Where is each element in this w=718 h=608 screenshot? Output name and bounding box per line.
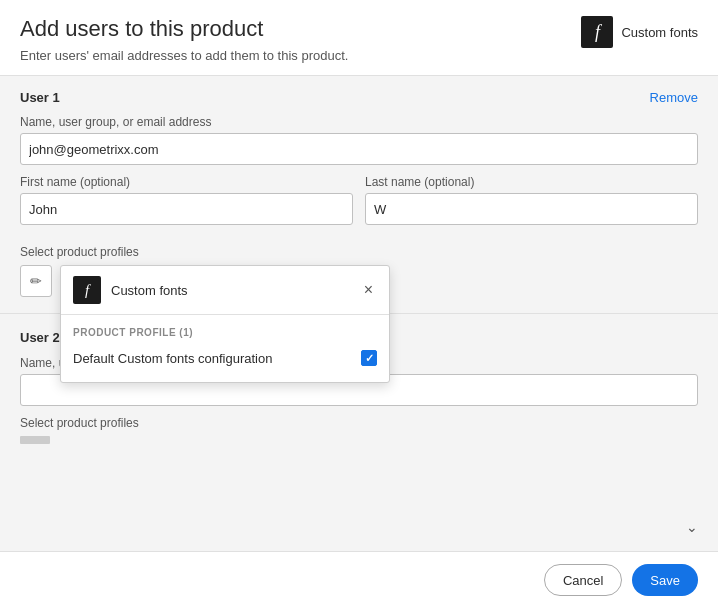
user1-section-header: User 1 Remove	[20, 90, 698, 105]
dropdown-body: PRODUCT PROFILE (1) Default Custom fonts…	[61, 315, 389, 382]
profile-checkbox[interactable]: ✓	[361, 350, 377, 366]
user2-label: User 2	[20, 330, 60, 345]
user1-firstname-input[interactable]	[20, 193, 353, 225]
font-icon-box: f	[581, 16, 613, 48]
user1-firstname-group: First name (optional)	[20, 175, 353, 225]
dropdown-font-icon-box: f	[73, 276, 101, 304]
user1-firstname-label: First name (optional)	[20, 175, 353, 189]
dropdown-close-button[interactable]: ×	[360, 279, 377, 301]
profile-option: Default Custom fonts configuration ✓	[73, 346, 377, 370]
edit-profile-button[interactable]: ✏	[20, 265, 52, 297]
header-left: Add users to this product Enter users' e…	[20, 16, 348, 63]
profile-dropdown-popup: f Custom fonts × PRODUCT PROFILE (1) Def…	[60, 265, 390, 383]
save-button[interactable]: Save	[632, 564, 698, 596]
header: Add users to this product Enter users' e…	[0, 0, 718, 76]
custom-fonts-badge[interactable]: f Custom fonts	[581, 16, 698, 48]
user1-lastname-group: Last name (optional)	[365, 175, 698, 225]
dropdown-title: Custom fonts	[111, 283, 350, 298]
user1-email-label: Name, user group, or email address	[20, 115, 698, 129]
user1-lastname-input[interactable]	[365, 193, 698, 225]
product-profile-heading: PRODUCT PROFILE (1)	[73, 327, 377, 338]
remove-button[interactable]: Remove	[650, 90, 698, 105]
user1-section: User 1 Remove Name, user group, or email…	[0, 76, 718, 314]
user2-profile-bar	[20, 436, 50, 444]
page-subtitle: Enter users' email addresses to add them…	[20, 48, 348, 63]
profile-option-label: Default Custom fonts configuration	[73, 351, 272, 366]
content-scroll[interactable]: User 1 Remove Name, user group, or email…	[0, 76, 718, 551]
chevron-down-icon[interactable]: ⌄	[686, 519, 698, 535]
pencil-icon: ✏	[30, 273, 42, 289]
user1-email-group: Name, user group, or email address	[20, 115, 698, 165]
footer: Cancel Save	[0, 551, 718, 608]
dropdown-header: f Custom fonts ×	[61, 266, 389, 315]
user1-label: User 1	[20, 90, 60, 105]
cancel-button[interactable]: Cancel	[544, 564, 622, 596]
user1-name-row: First name (optional) Last name (optiona…	[20, 175, 698, 235]
user2-select-profiles-label: Select product profiles	[20, 416, 698, 430]
user1-email-input[interactable]	[20, 133, 698, 165]
font-icon-letter: f	[595, 22, 600, 43]
page-title: Add users to this product	[20, 16, 348, 42]
checkmark-icon: ✓	[365, 352, 374, 365]
user1-select-profiles-label: Select product profiles	[20, 245, 698, 259]
dropdown-font-letter: f	[85, 282, 89, 299]
main-container: Add users to this product Enter users' e…	[0, 0, 718, 608]
user1-profile-selector-row: ✏ f Custom fonts × PRODUCT PROFILE (1)	[20, 265, 698, 297]
custom-fonts-label: Custom fonts	[621, 25, 698, 40]
user1-lastname-label: Last name (optional)	[365, 175, 698, 189]
